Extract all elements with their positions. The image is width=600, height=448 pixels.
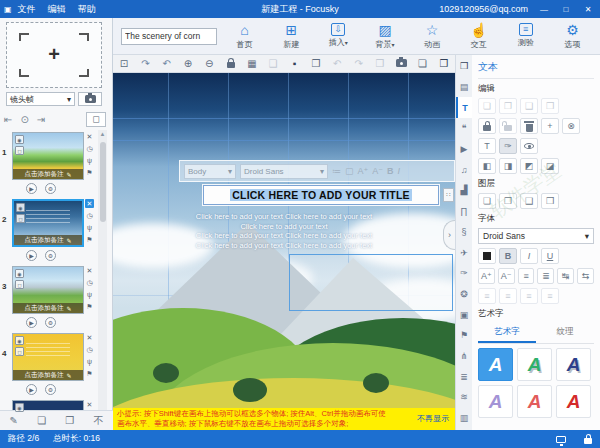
scrollbar-thumb[interactable] [100, 142, 106, 222]
panel-collapse-handle[interactable]: › [443, 220, 455, 250]
font-color-icon[interactable] [478, 248, 496, 264]
camera-icon[interactable] [392, 58, 410, 69]
record-audio-icon[interactable]: ψ [85, 156, 94, 165]
note-bar[interactable]: 点击添加备注✎ [14, 235, 82, 245]
first-frame-icon[interactable]: ⇤ [4, 114, 12, 125]
menu-edit[interactable]: 编辑 [48, 3, 66, 16]
bold-button[interactable]: B [499, 248, 517, 264]
indent-icon[interactable]: ⇆ [577, 268, 594, 284]
interaction-button[interactable]: ☝ 交互 [457, 23, 501, 50]
ungroup-icon[interactable]: ❐ [499, 98, 517, 114]
add-camera-frame-button[interactable]: + [6, 22, 102, 88]
slide-item-2-selected[interactable]: 2 ◉◻ 点击添加备注✎ ✕ ◷ ψ ⚑ ▶⚙ [0, 197, 96, 264]
slide-item-1[interactable]: 1 ◉◻ 点击添加备注✎ ✕ ◷ ψ ⚑ ▶⚙ [0, 130, 96, 197]
slide-thumbnail[interactable]: ◉◻ 点击添加备注✎ [12, 132, 84, 180]
rotate-left-icon[interactable]: ◩ [520, 158, 538, 174]
undo-icon[interactable]: ↶ [328, 58, 346, 69]
underline-button[interactable]: U [541, 248, 559, 264]
wordart-style-3[interactable]: A [556, 348, 591, 381]
multi-select-icon[interactable]: ❑ [520, 98, 538, 114]
bring-forward-icon[interactable]: ❏ [478, 193, 496, 209]
minimize-button[interactable]: — [538, 5, 550, 14]
redo-icon[interactable]: ↷ [350, 58, 368, 69]
plane-icon[interactable]: ✈ [456, 242, 472, 263]
new-button[interactable]: ⊞ 新建 [269, 23, 313, 50]
slide-settings-button[interactable]: ⚙ [45, 384, 56, 395]
slide-thumbnail[interactable]: ◉◻ 点击添加备注✎ [12, 199, 84, 247]
delete-icon[interactable] [520, 118, 538, 134]
options-button[interactable]: ⚙ 选项 [551, 23, 595, 50]
role-icon[interactable]: ❂ [456, 284, 472, 305]
font-smaller-icon[interactable]: A⁻ [498, 268, 515, 284]
windows-icon[interactable]: ❏ [414, 58, 432, 69]
eye-icon[interactable]: ◉ [15, 336, 24, 345]
swap-frame-icon[interactable]: ❐ [65, 415, 74, 426]
mark-icon[interactable]: ⚑ [85, 302, 94, 311]
forward-icon[interactable]: ↷ [136, 58, 154, 69]
frame-icon[interactable]: ◻ [15, 280, 24, 289]
eye-icon[interactable]: ◉ [16, 203, 25, 212]
mark-icon[interactable]: ⚑ [85, 235, 94, 244]
draw-icon[interactable]: ✑ [456, 263, 472, 284]
frame-icon[interactable]: ◻ [16, 214, 25, 223]
format-brush-icon[interactable]: ✑ [499, 138, 517, 154]
last-frame-icon[interactable]: ⇥ [37, 114, 45, 125]
lock-canvas-icon[interactable] [584, 438, 592, 444]
bold-icon[interactable]: B [387, 166, 394, 176]
unlock-icon[interactable] [499, 118, 517, 134]
delete-slide-icon[interactable]: ✕ [85, 400, 94, 409]
timing-icon[interactable]: ◷ [85, 345, 94, 354]
color-format-icon[interactable]: ▢ [345, 166, 354, 176]
record-audio-icon[interactable]: ψ [85, 357, 94, 366]
maximize-button[interactable]: □ [560, 5, 572, 14]
slide-settings-button[interactable]: ⚙ [45, 183, 56, 194]
canvas[interactable]: Body ▾ Droid Sans ▾ ≔ ▢ A⁺ A⁻ B I CLICK … [113, 73, 455, 408]
close-button[interactable]: ✕ [582, 5, 594, 14]
bring-front-icon[interactable]: ❑ [520, 193, 538, 209]
selection-rectangle[interactable] [289, 254, 453, 311]
hint-dismiss-link[interactable]: 不再显示 [417, 414, 449, 424]
align-left-icon[interactable]: ≡ [478, 288, 496, 304]
text-style-select[interactable]: Body ▾ [184, 164, 236, 179]
background-button[interactable]: ▨ 背景▾ [363, 23, 407, 50]
zoom-out-icon[interactable]: ⊖ [200, 58, 218, 69]
zoom-in-icon[interactable]: ⊕ [179, 58, 197, 69]
lock-icon[interactable] [478, 118, 496, 134]
line-spacing-icon[interactable]: ≡ [518, 268, 535, 284]
list-icon[interactable]: ≣ [456, 366, 472, 387]
shirt-icon[interactable]: ⋔ [456, 346, 472, 367]
rotate-right-icon[interactable]: ◪ [541, 158, 559, 174]
photo-frame-icon[interactable]: ▣ [456, 304, 472, 325]
slide-thumbnail[interactable]: ◉◻ 点击添加备注✎ [12, 266, 84, 314]
add-icon[interactable]: + [541, 118, 559, 134]
capture-camera-button[interactable] [78, 92, 102, 106]
select-frame-icon[interactable]: ⊡ [115, 58, 133, 69]
send-back-icon[interactable]: ❒ [541, 193, 559, 209]
locate-frame-icon[interactable]: ⊙ [20, 114, 28, 125]
note-bar[interactable]: 点击添加备注✎ [13, 169, 83, 179]
align-justify-icon[interactable]: ≡ [541, 288, 559, 304]
grid-icon[interactable]: ▦ [243, 58, 261, 69]
export-icon[interactable]: ❑ [264, 58, 282, 69]
note-bar[interactable]: 点击添加备注✎ [13, 370, 83, 380]
home-button[interactable]: ⌂ 首页 [222, 23, 266, 50]
save-group-icon[interactable]: ❒ [541, 98, 559, 114]
back-icon[interactable]: ↶ [158, 58, 176, 69]
wordart-style-5[interactable]: A [517, 385, 552, 418]
eye-icon[interactable]: ◉ [15, 135, 24, 144]
image-icon[interactable]: ▤ [456, 77, 472, 98]
font-larger-icon[interactable]: A⁺ [478, 268, 495, 284]
textbox-handle[interactable]: ∷ [443, 188, 454, 202]
italic-icon[interactable]: I [398, 166, 401, 176]
video-icon[interactable]: ▶ [456, 139, 472, 160]
quiz-button[interactable]: ≡ 测验 [504, 23, 548, 50]
wordart-style-1[interactable]: A [478, 348, 513, 381]
fill-icon[interactable]: ▪ [286, 58, 304, 69]
letter-spacing-icon[interactable]: ↹ [557, 268, 574, 284]
delete-slide-icon[interactable]: ✕ [85, 266, 94, 275]
note-bar[interactable]: 点击添加备注✎ [13, 303, 83, 313]
paragraph-spacing-icon[interactable]: ≣ [537, 268, 554, 284]
insert-button[interactable]: ⇩ 插入▾ [316, 23, 360, 50]
mark-icon[interactable]: ⚑ [85, 369, 94, 378]
layers-icon[interactable]: ≋ [456, 387, 472, 408]
